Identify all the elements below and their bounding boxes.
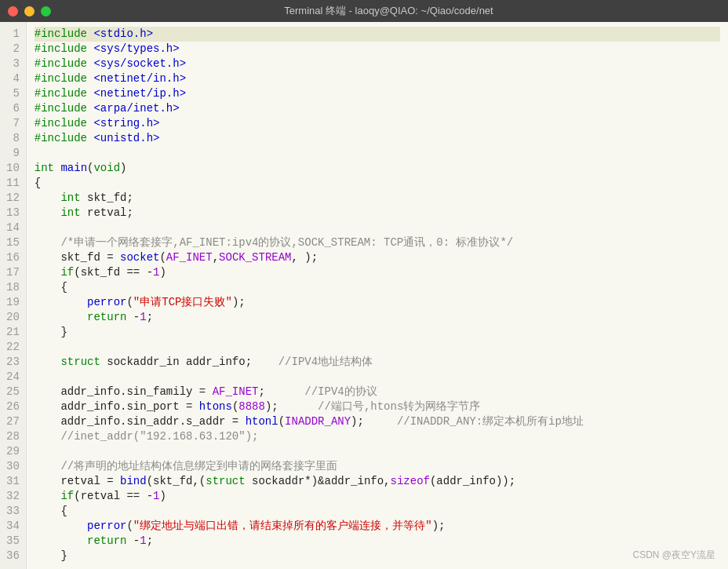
code-line-26: addr_info.sin_port = htons(8888); //端口号,… [35,399,720,414]
watermark: CSDN @夜空Y流星 [632,548,715,563]
code-line-30: //将声明的地址结构体信息绑定到申请的网络套接字里面 [35,459,720,474]
code-line-34: perror("绑定地址与端口出错，请结束掉所有的客户端连接，并等待"); [35,519,720,534]
code-line-11: { [35,176,720,191]
code-line-36: } [35,549,720,564]
code-line-23: struct sockaddr_in addr_info; //IPV4地址结构… [35,355,720,370]
code-line-8: #include <unistd.h> [35,131,720,146]
code-editor: 1 2 3 4 5 6 7 8 9 10 11 12 13 14 15 16 1… [0,22,728,569]
line-numbers: 1 2 3 4 5 6 7 8 9 10 11 12 13 14 15 16 1… [0,22,27,569]
code-line-25: addr_info.sin_family = AF_INET; //IPV4的协… [35,385,720,399]
code-line-6: #include <arpa/inet.h> [35,101,720,116]
code-line-22 [35,340,720,355]
code-line-5: #include <netinet/ip.h> [35,86,720,101]
code-line-7: #include <string.h> [35,116,720,131]
code-line-16: skt_fd = socket(AF_INET,SOCK_STREAM, ); [35,250,720,265]
code-line-29 [35,444,720,459]
maximize-button[interactable] [41,6,51,16]
code-line-18: { [35,280,720,295]
code-line-33: { [35,504,720,519]
code-line-28: //inet_addr("192.168.63.120"); [35,429,720,444]
code-line-35: return -1; [35,534,720,549]
code-line-12: int skt_fd; [35,191,720,206]
titlebar: Terminal 终端 - laoqy@QIAO: ~/Qiao/code/ne… [0,0,728,22]
code-line-15: /*申请一个网络套接字,AF_INET:ipv4的协议,SOCK_STREAM:… [35,235,720,250]
code-line-27: addr_info.sin_addr.s_addr = htonl(INADDR… [35,414,720,429]
close-button[interactable] [8,6,18,16]
code-line-21: } [35,325,720,340]
code-line-3: #include <sys/socket.h> [35,57,720,71]
code-content[interactable]: #include <stdio.h> #include <sys/types.h… [27,22,728,569]
code-line-9 [35,146,720,161]
window-title: Terminal 终端 - laoqy@QIAO: ~/Qiao/code/ne… [57,4,720,18]
minimize-button[interactable] [24,6,35,16]
code-line-14 [35,221,720,235]
code-line-24 [35,370,720,385]
code-line-19: perror("申请TCP接口失败"); [35,295,720,310]
code-line-10: int main(void) [35,161,720,176]
code-line-31: retval = bind(skt_fd,(struct sockaddr*)&… [35,474,720,489]
code-line-20: return -1; [35,310,720,325]
code-line-13: int retval; [35,206,720,221]
code-line-17: if(skt_fd == -1) [35,265,720,280]
code-line-2: #include <sys/types.h> [35,42,720,57]
code-line-32: if(retval == -1) [35,489,720,504]
code-line-1: #include <stdio.h> [35,27,720,42]
code-line-4: #include <netinet/in.h> [35,71,720,86]
